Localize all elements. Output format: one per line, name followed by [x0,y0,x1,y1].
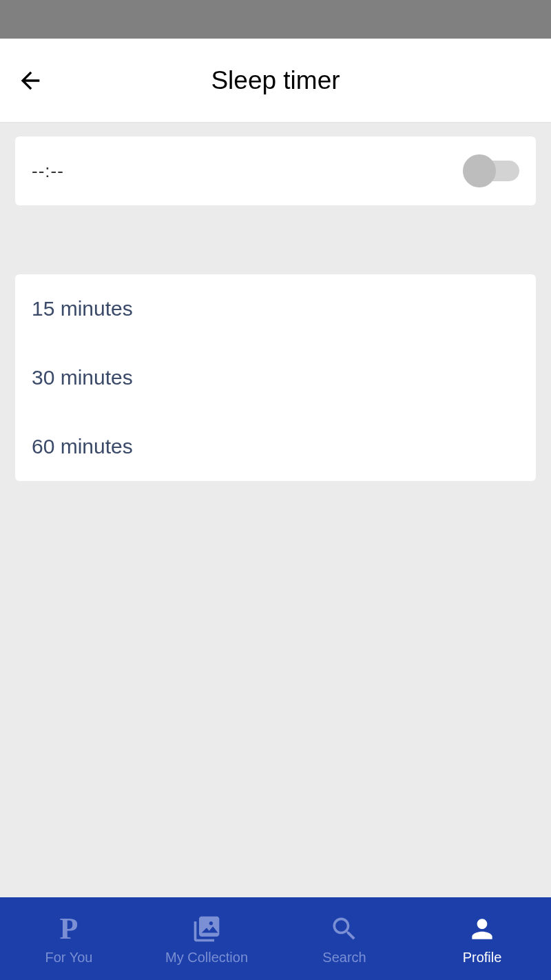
toggle-thumb [463,154,496,187]
back-button[interactable] [17,67,44,94]
option-label: 15 minutes [32,297,133,320]
nav-label: Search [322,950,366,966]
timer-option-30[interactable]: 30 minutes [15,343,536,412]
pandora-icon: P [52,912,85,946]
nav-for-you[interactable]: P For You [0,897,138,980]
timer-display: --:-- [32,161,64,182]
nav-label: My Collection [165,950,248,966]
timer-toggle-switch[interactable] [466,157,519,185]
timer-toggle-card: --:-- [15,136,536,205]
arrow-left-icon [17,67,44,94]
nav-label: Profile [463,950,502,966]
search-icon [328,912,361,946]
page-title: Sleep timer [0,66,551,95]
bottom-navigation: P For You My Collection Search Profile [0,897,551,980]
nav-my-collection[interactable]: My Collection [138,897,276,980]
status-bar [0,0,551,39]
nav-label: For You [45,950,93,966]
nav-search[interactable]: Search [276,897,413,980]
timer-option-15[interactable]: 15 minutes [15,274,536,343]
timer-options-list: 15 minutes 30 minutes 60 minutes [15,274,536,481]
option-label: 30 minutes [32,366,133,389]
nav-profile[interactable]: Profile [413,897,551,980]
timer-option-60[interactable]: 60 minutes [15,412,536,481]
option-label: 60 minutes [32,435,133,458]
header: Sleep timer [0,39,551,123]
content-area: --:-- 15 minutes 30 minutes 60 minutes [0,123,551,897]
collection-icon [190,912,223,946]
profile-icon [466,912,499,946]
